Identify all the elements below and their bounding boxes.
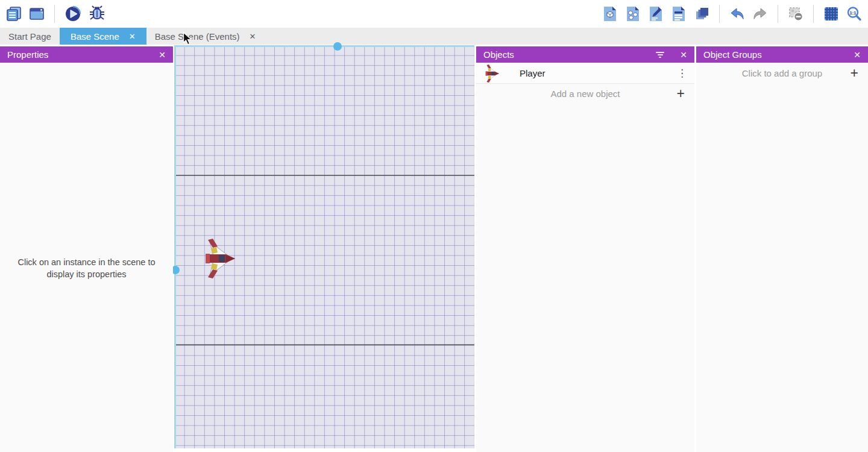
add-object-label: Add a new object [550, 89, 620, 99]
tab-label: Base Scene (Events) [155, 31, 240, 42]
tab-label: Start Page [8, 31, 51, 42]
player-instance[interactable] [204, 239, 235, 278]
tab-close-icon[interactable]: ✕ [129, 32, 136, 41]
add-group-label: Click to add a group [742, 68, 822, 78]
plus-icon[interactable]: + [851, 66, 858, 80]
toolbar-divider [813, 5, 814, 23]
object-list-item-player[interactable]: Player ⋮ [476, 63, 694, 84]
start-page-icon[interactable] [29, 6, 45, 22]
object-groups-editor-icon[interactable] [625, 6, 641, 22]
toggle-grid-icon[interactable] [823, 6, 839, 22]
properties-panel: Properties ✕ Click on an instance in the… [0, 46, 173, 452]
toolbar-divider [719, 5, 720, 23]
play-preview-icon[interactable] [64, 5, 81, 22]
scene-vscrollbar-track[interactable] [174, 45, 176, 448]
scene-hscrollbar-track[interactable] [174, 45, 474, 47]
redo-icon[interactable] [752, 6, 768, 22]
tab-base-scene[interactable]: Base Scene ✕ [60, 28, 146, 45]
tab-label: Base Scene [71, 31, 119, 42]
toolbar-divider [54, 5, 55, 23]
project-manager-icon[interactable] [6, 6, 22, 22]
scene-editor-canvas[interactable] [174, 45, 474, 448]
panel-title: Object Groups [703, 49, 762, 60]
debug-icon[interactable] [89, 5, 105, 22]
tab-base-scene-events[interactable]: Base Scene (Events) ✕ [146, 28, 265, 45]
properties-editor-icon[interactable] [648, 6, 664, 22]
editor-tab-bar: Start Page Base Scene ✕ Base Scene (Even… [0, 28, 868, 45]
toolbar-divider [778, 5, 778, 23]
zoom-1-1-icon[interactable]: 1:1 [846, 6, 862, 22]
panel-title: Objects [483, 49, 514, 60]
layers-editor-icon[interactable] [694, 6, 709, 22]
close-icon[interactable]: ✕ [854, 50, 861, 60]
filter-icon[interactable] [656, 52, 664, 58]
tab-close-icon[interactable]: ✕ [250, 32, 256, 41]
player-thumbnail [485, 64, 499, 83]
object-name: Player [520, 68, 546, 78]
close-icon[interactable]: ✕ [159, 50, 166, 60]
add-group-row[interactable]: Click to add a group + [696, 63, 868, 83]
tab-start-page[interactable]: Start Page [0, 28, 60, 45]
properties-panel-header: Properties ✕ [0, 46, 173, 63]
objects-editor-icon[interactable] [602, 6, 618, 22]
main-toolbar: 1:1 [0, 0, 868, 28]
objects-panel: Objects ✕ Player ⋮ Add a new object + [476, 46, 694, 452]
instances-list-icon[interactable] [671, 6, 687, 22]
scene-window-border-bottom [174, 344, 474, 345]
scene-window-border-top [174, 175, 474, 176]
svg-text:1:1: 1:1 [850, 10, 857, 16]
undo-icon[interactable] [729, 6, 745, 22]
object-groups-panel-header: Object Groups ✕ [696, 46, 868, 63]
panel-title: Properties [7, 49, 48, 60]
scene-hscrollbar-thumb[interactable] [333, 42, 342, 51]
properties-hint-text: Click on an instance in the scene to dis… [0, 256, 173, 280]
kebab-menu-icon[interactable]: ⋮ [677, 68, 687, 78]
close-icon[interactable]: ✕ [680, 50, 687, 60]
add-object-row[interactable]: Add a new object + [476, 84, 694, 103]
object-groups-panel: Object Groups ✕ Click to add a group + [696, 46, 868, 452]
plus-icon[interactable]: + [677, 87, 685, 101]
delete-mask-icon[interactable] [788, 6, 804, 22]
objects-panel-header: Objects ✕ [476, 46, 694, 63]
